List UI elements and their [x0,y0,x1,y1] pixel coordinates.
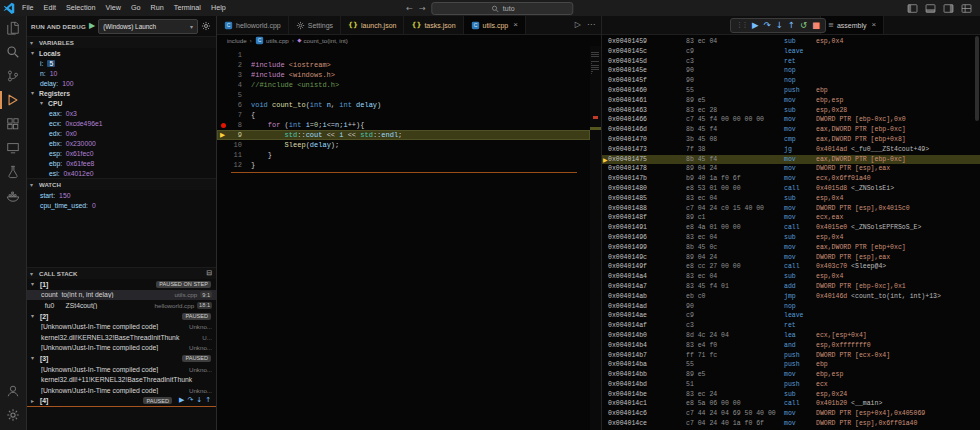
breadcrumb-item[interactable]: include [227,37,247,44]
scope-cpu[interactable]: ▾CPU [26,98,216,108]
tab-tasks.json[interactable]: {}tasks.json [404,16,463,34]
variables-section-header[interactable]: ▾ VARIABLES [26,37,216,48]
drag-handle-icon[interactable]: ⋮⋮ [736,22,747,29]
activity-remote-explorer[interactable] [0,136,26,160]
toggle-panel-icon[interactable] [925,3,936,14]
menu-run[interactable]: Run [146,0,169,16]
menu-selection[interactable]: Selection [61,0,101,16]
disasm-line: 0x004014b7ff 71 fcpushDWORD PTR [ecx-0x4… [602,351,980,361]
back-icon[interactable]: ← [406,5,413,13]
breadcrumb: include›Cutils.cpp›◆count_to(int, int) [217,34,601,46]
disasm-bytes: 8b 45 f4 [686,125,717,135]
menu-edit[interactable]: Edit [39,0,61,16]
variable-ebx[interactable]: ebx:0x230000 [26,138,216,148]
thread-4[interactable]: ▸[4]PAUSED▶↷↓↑ [26,396,216,408]
watch-section-header[interactable]: ▾ WATCH [26,179,216,190]
menu-file[interactable]: File [17,0,39,16]
more-actions-icon[interactable]: ⋯ [587,21,595,29]
customize-layout-icon[interactable] [961,3,972,14]
call-stack-section-header[interactable]: ▾ CALL STACK ⊟ [26,268,216,279]
toggle-secondary-sidebar-icon[interactable] [943,3,954,14]
menu-terminal[interactable]: Terminal [169,0,206,16]
command-center[interactable]: tuto [432,2,574,15]
variable-delay[interactable]: delay:100 [26,78,216,88]
stack-frame[interactable]: _fu0___ZSt4cout()helloworld.cpp18:1 [26,300,216,311]
step-over-button[interactable]: ↷ [187,397,193,404]
activity-accounts[interactable] [0,379,26,403]
variable-start[interactable]: start:150 [26,190,216,200]
variable-ebp[interactable]: ebp:0x61fee8 [26,158,216,168]
activity-explorer[interactable] [0,16,26,40]
disassembly-view[interactable]: 0x0040145983 ec 04subesp,0x40x0040145cc9… [602,34,980,430]
tab-settings[interactable]: Settings [289,16,341,34]
step-out-button[interactable]: ↑ [205,397,211,404]
minimap[interactable] [590,46,601,430]
step-over-button[interactable]: ↷ [764,21,771,30]
code-editor[interactable]: 12#include <iostream>3#include <windows.… [217,46,590,430]
step-out-button[interactable]: ↑ [788,21,795,30]
tab-assembly[interactable]: ≡ assembly × [820,16,884,34]
disasm-address: 0x004014ba [608,360,647,370]
continue-button[interactable]: ▶ [179,397,184,404]
activity-testing[interactable] [0,160,26,184]
variable-value: 0x61fee8 [66,160,94,167]
variable-n[interactable]: n:10 [26,68,216,78]
scope-registers[interactable]: ▾Registers [26,88,216,98]
variable-cpu_time_used[interactable]: cpu_time_used:0 [26,200,216,210]
menu-help[interactable]: Help [206,0,231,16]
close-icon[interactable]: × [513,21,518,29]
close-icon[interactable]: × [871,21,876,29]
run-file-icon[interactable]: ▷ [575,21,581,29]
stack-frame[interactable]: count_to(int n, int delay)utils.cpp9:1 [26,290,216,301]
activity-docker[interactable] [0,184,26,208]
stack-frame[interactable]: [Unknown/Just-In-Time compiled code]Unkn… [26,364,216,375]
forward-icon[interactable]: → [419,5,426,13]
activity-search[interactable] [0,40,26,64]
start-debugging-button[interactable]: ▶ [89,22,95,30]
continue-button[interactable]: ▶ [752,21,759,30]
breadcrumb-item[interactable]: ◆count_to(int, int) [297,37,348,44]
restart-button[interactable]: ↺ [800,21,807,30]
disasm-bytes: 55 [686,360,694,370]
disassembly-scrollbar[interactable] [975,36,979,121]
variable-edx[interactable]: edx:0x0 [26,128,216,138]
breadcrumb-item[interactable]: Cutils.cpp [255,36,289,45]
toggle-primary-sidebar-icon[interactable] [907,3,918,14]
tab-helloworld.cpp[interactable]: Chelloworld.cpp [217,16,289,34]
variable-name: i: [40,60,43,67]
thread-2[interactable]: ▾[2]PAUSED [26,311,216,322]
variable-esi[interactable]: esi:0x4012e0 [26,168,216,178]
activity-settings[interactable] [0,403,26,427]
activity-extensions[interactable] [0,112,26,136]
stop-button[interactable]: ■ [812,21,820,30]
thread-1[interactable]: ▾[1]PAUSED ON STEP [26,279,216,290]
activity-source-control[interactable] [0,64,26,88]
stack-frame[interactable]: [Unknown/Just-In-Time compiled code]Unkn… [26,385,216,396]
collapse-all-icon[interactable]: ⊟ [206,270,212,277]
tab-launch.json[interactable]: {}launch.json [341,16,404,34]
thread-3[interactable]: ▾[3]PAUSED [26,353,216,364]
variable-esp[interactable]: esp:0x61fec0 [26,148,216,158]
disasm-line: 0x0040148f89 c1movecx,eax [602,213,980,223]
step-into-button[interactable]: ↓ [196,397,202,404]
step-into-button[interactable]: ↓ [776,21,783,30]
disasm-mnemonic: nop [784,66,796,76]
stack-frame[interactable]: [Unknown/Just-In-Time compiled code]Unkn… [26,321,216,332]
variable-eax[interactable]: eax:0x3 [26,108,216,118]
gear-icon[interactable] [201,21,211,31]
menu-view[interactable]: View [101,0,126,16]
launch-config-dropdown[interactable]: (Windows) Launch ▾ [98,19,198,34]
breakpoint-icon[interactable] [221,123,226,128]
variable-name: eax: [49,110,62,117]
variable-i[interactable]: i:5 [26,58,216,68]
call-stack-section: ▾ CALL STACK ⊟ ▾[1]PAUSED ON STEPcount_t… [26,267,216,430]
stack-frame[interactable]: kernel32.dll!+11!KERNEL32!BaseThreadInit… [26,374,216,385]
tab-utils.cpp[interactable]: Cutils.cpp× [464,16,526,34]
scope-locals[interactable]: ▾Locals [26,48,216,58]
menu-go[interactable]: Go [126,0,146,16]
stack-frame[interactable]: [Unknown/Just-In-Time compiled code]Unkn… [26,343,216,354]
activity-run-and-debug[interactable] [0,88,26,112]
variable-ecx[interactable]: ecx:0xcde496e1 [26,118,216,128]
stack-frame[interactable]: kernel32.dll!KERNEL32!BaseThreadInitThun… [26,332,216,343]
disasm-mnemonic: lea [784,331,796,341]
